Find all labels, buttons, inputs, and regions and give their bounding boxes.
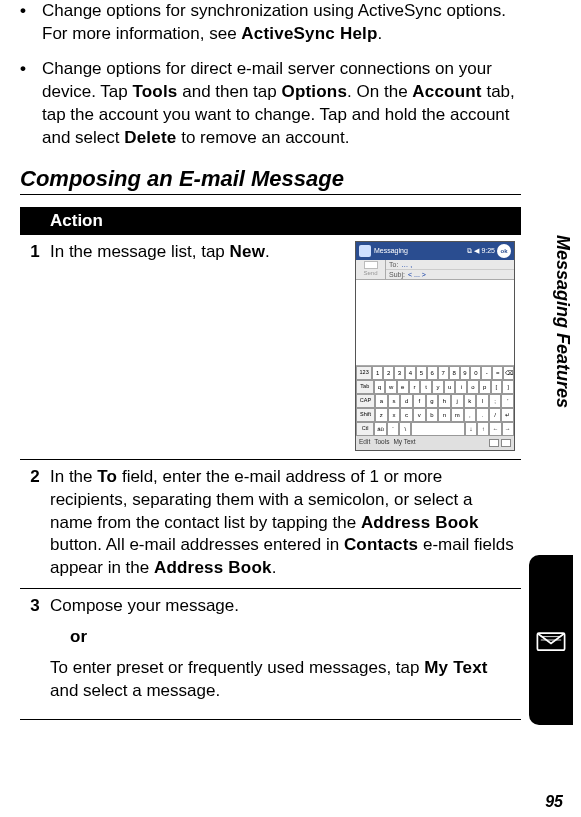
bullet-2-text: Change options for direct e-mail server … [42, 58, 521, 150]
key: p [479, 380, 491, 394]
key: g [426, 394, 439, 408]
term-my-text: My Text [424, 658, 487, 677]
key: 1 [372, 366, 383, 380]
start-icon [359, 245, 371, 257]
key: t [420, 380, 432, 394]
onscreen-keyboard: 1231234567890-=⌫Tabqwertyuiop[]CAPasdfgh… [356, 366, 514, 436]
key: Tab [356, 380, 374, 394]
envelope-icon [364, 261, 378, 269]
key: 0 [470, 366, 481, 380]
key: 5 [416, 366, 427, 380]
key: i [455, 380, 467, 394]
subject-field: Subj: < ... > [386, 270, 514, 279]
key: x [388, 408, 401, 422]
sip-icon [489, 439, 499, 447]
step-2: 2 In the To field, enter the e-mail addr… [20, 460, 521, 590]
key: 4 [405, 366, 416, 380]
key: ' [501, 394, 514, 408]
key: Ctl [356, 422, 374, 436]
term-options: Options [281, 82, 347, 101]
key: s [388, 394, 401, 408]
key: 9 [460, 366, 471, 380]
key: . [476, 408, 489, 422]
key: f [413, 394, 426, 408]
bullet-marker: • [20, 58, 42, 150]
key: áü [374, 422, 386, 436]
term-address-book: Address Book [361, 513, 479, 532]
key: v [413, 408, 426, 422]
term-contacts: Contacts [344, 535, 418, 554]
screenshot-titlebar: Messaging ⧉ ◀ 9:25 ok [356, 242, 514, 260]
menu-mytext: My Text [393, 438, 415, 447]
key: c [400, 408, 413, 422]
key: ] [502, 380, 514, 394]
step-3-line2: To enter preset or frequently used messa… [50, 657, 515, 703]
step-3-text: Compose your message. or To enter preset… [50, 595, 521, 711]
step-3-line1: Compose your message. [50, 595, 515, 618]
key: k [464, 394, 477, 408]
key: j [451, 394, 464, 408]
key: l [476, 394, 489, 408]
step-1: 1 In the message list, tap New. Messagin… [20, 235, 521, 460]
messaging-icon [534, 623, 568, 657]
key: - [481, 366, 492, 380]
step-3-num: 3 [20, 595, 50, 711]
key: d [400, 394, 413, 408]
key: ↵ [501, 408, 514, 422]
key: ← [489, 422, 501, 436]
screenshot-time: 9:25 [481, 246, 495, 255]
step-3-or: or [70, 626, 515, 649]
key: = [492, 366, 503, 380]
bullet-1: • Change options for synchronization usi… [20, 0, 521, 46]
key: 2 [383, 366, 394, 380]
term-tools: Tools [132, 82, 177, 101]
key: q [374, 380, 386, 394]
key: 6 [427, 366, 438, 380]
key: 3 [394, 366, 405, 380]
key: o [467, 380, 479, 394]
key: h [438, 394, 451, 408]
section-heading: Composing an E-mail Message [20, 166, 521, 195]
key: m [451, 408, 464, 422]
key: ↓ [465, 422, 477, 436]
key: , [464, 408, 477, 422]
key: → [502, 422, 514, 436]
screenshot-toolbar: Send To: … , Subj: < ... > [356, 260, 514, 280]
step-2-text: In the To field, enter the e-mail addres… [50, 466, 521, 581]
bullet-marker: • [20, 0, 42, 46]
ok-button: ok [497, 244, 511, 258]
menu-tools: Tools [374, 438, 389, 447]
screenshot-title: Messaging [374, 246, 408, 255]
key: CAP [356, 394, 375, 408]
send-button: Send [356, 260, 386, 279]
step-1-text: In the message list, tap New. [50, 241, 347, 264]
key: 7 [438, 366, 449, 380]
term-delete: Delete [124, 128, 176, 147]
signal-icon: ⧉ [467, 246, 472, 255]
key: y [432, 380, 444, 394]
key: 8 [449, 366, 460, 380]
sip-arrow-icon [501, 439, 511, 447]
table-header: Action [20, 207, 521, 235]
key: b [426, 408, 439, 422]
key: Shift [356, 408, 375, 422]
key: n [438, 408, 451, 422]
key: z [375, 408, 388, 422]
step-1-num: 1 [20, 241, 50, 451]
term-address-book-2: Address Book [154, 558, 272, 577]
menu-edit: Edit [359, 438, 370, 447]
key: r [409, 380, 421, 394]
key [411, 422, 464, 436]
key: / [489, 408, 502, 422]
key: e [397, 380, 409, 394]
device-screenshot: Messaging ⧉ ◀ 9:25 ok Send [355, 241, 515, 451]
message-body-area [356, 280, 514, 366]
key: \ [399, 422, 411, 436]
side-tab-label: Messaging Features [552, 235, 573, 408]
step-3: 3 Compose your message. or To enter pres… [20, 589, 521, 720]
term-new: New [230, 242, 266, 261]
term-to: To [97, 467, 117, 486]
side-tab-icon-box [529, 555, 573, 725]
bullet-2: • Change options for direct e-mail serve… [20, 58, 521, 150]
key: 123 [356, 366, 372, 380]
